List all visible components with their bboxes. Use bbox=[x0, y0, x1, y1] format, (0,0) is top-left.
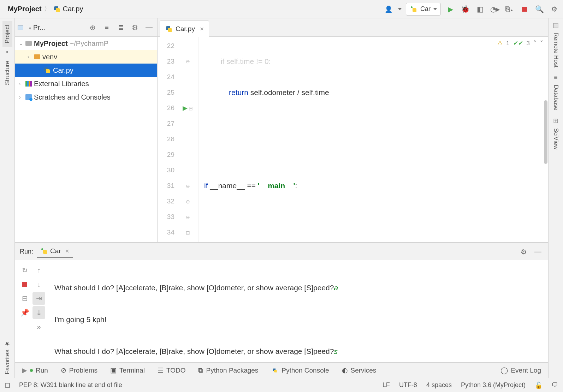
user-icon[interactable] bbox=[383, 4, 394, 14]
status-line-separator[interactable]: LF bbox=[383, 381, 390, 389]
bottom-tool-tabs: ▶Run ⊘Problems ▣Terminal ☰TODO ⧉Python P… bbox=[15, 362, 548, 378]
rerun-button[interactable]: ↻ bbox=[18, 264, 31, 277]
project-tree[interactable]: ⌄ MyProject ~/PycharmP › venv Car.py bbox=[15, 37, 157, 242]
stop-button[interactable] bbox=[519, 4, 530, 14]
tree-venv[interactable]: › venv bbox=[15, 50, 157, 64]
collapse-all-button[interactable]: ≣ bbox=[115, 22, 126, 33]
bottom-tab-services[interactable]: ◐Services bbox=[342, 366, 377, 374]
run-button[interactable]: ▶ bbox=[445, 4, 456, 14]
tree-file-car[interactable]: Car.py bbox=[15, 64, 157, 77]
panel-settings-button[interactable]: ⚙ bbox=[130, 22, 140, 33]
tree-external-libraries[interactable]: › External Libraries bbox=[15, 77, 157, 90]
status-encoding[interactable]: UTF-8 bbox=[399, 381, 417, 389]
database-icon: ≡ bbox=[554, 74, 558, 81]
more-button[interactable]: » bbox=[32, 320, 45, 333]
status-lock-icon[interactable]: 🔓 bbox=[535, 381, 543, 389]
breadcrumb-file[interactable]: Car.py bbox=[63, 5, 83, 13]
tool-windows-icon[interactable] bbox=[5, 383, 10, 388]
status-notify-icon[interactable]: 🗩 bbox=[552, 381, 558, 389]
hide-run-panel-button[interactable]: — bbox=[533, 247, 543, 257]
expand-all-button[interactable]: ≡ bbox=[101, 22, 112, 33]
run-gutter-icon[interactable]: ▶ bbox=[183, 105, 188, 112]
run-config-label: Car bbox=[420, 5, 431, 13]
tool-tab-sciview[interactable]: SciView bbox=[551, 125, 561, 153]
run-configuration-selector[interactable]: Car bbox=[406, 3, 441, 16]
settings-button[interactable]: ⚙ bbox=[549, 4, 559, 14]
run-settings-button[interactable]: ⚙ bbox=[518, 247, 529, 257]
down-button[interactable]: ↓ bbox=[32, 278, 45, 291]
expand-icon[interactable]: › bbox=[28, 54, 32, 60]
tool-tab-favorites[interactable]: Favorites★ bbox=[2, 337, 12, 378]
run-title: Run: bbox=[20, 248, 33, 255]
tree-label: Car.py bbox=[53, 66, 73, 75]
bottom-tab-run[interactable]: ▶Run bbox=[22, 366, 48, 374]
editor-tab-car[interactable]: Car.py × bbox=[160, 20, 209, 37]
expand-icon[interactable]: ⌄ bbox=[19, 41, 23, 46]
next-highlight-icon[interactable]: ˅ bbox=[540, 40, 543, 47]
breadcrumb-project[interactable]: MyProject bbox=[8, 5, 42, 13]
stop-run-button[interactable] bbox=[18, 278, 31, 291]
vertical-scrollbar[interactable] bbox=[544, 100, 547, 164]
debug-button[interactable]: 🐞 bbox=[460, 4, 470, 14]
inspections-widget[interactable]: ⚠1 ✔✔3 ˄ ˅ bbox=[497, 40, 543, 47]
python-run-icon bbox=[40, 247, 48, 255]
bottom-tab-console[interactable]: Python Console bbox=[271, 367, 329, 374]
chevron-down-icon bbox=[433, 8, 437, 10]
tool-tab-structure[interactable]: Structure bbox=[2, 57, 12, 89]
status-interpreter[interactable]: Python 3.6 (MyProject) bbox=[461, 381, 526, 389]
tree-scratches[interactable]: › Scratches and Consoles bbox=[15, 90, 157, 104]
pin-button[interactable]: 📌 bbox=[18, 306, 31, 319]
bottom-tab-terminal[interactable]: ▣Terminal bbox=[110, 366, 145, 374]
code-content[interactable]: if self.time != 0: return self.odometer … bbox=[198, 37, 548, 242]
tree-label: Scratches and Consoles bbox=[34, 93, 111, 101]
project-panel-header: Pr... ⊕ ≡ ≣ ⚙ — bbox=[15, 18, 157, 37]
up-button[interactable]: ↑ bbox=[32, 264, 45, 277]
scroll-end-button[interactable]: ⤓ bbox=[32, 306, 45, 319]
tool-tab-project[interactable]: Project bbox=[2, 21, 12, 47]
coverage-button[interactable]: ◧ bbox=[475, 4, 485, 14]
check-icon: ✔✔ bbox=[513, 40, 523, 47]
python-run-icon bbox=[410, 5, 417, 13]
project-view-selector[interactable]: Pr... bbox=[28, 24, 45, 31]
run-tab-car[interactable]: Car × bbox=[37, 245, 73, 258]
user-dropdown-icon[interactable] bbox=[398, 8, 402, 10]
bottom-tab-eventlog[interactable]: ◯Event Log bbox=[500, 366, 541, 374]
search-everywhere-button[interactable]: 🔍 bbox=[534, 4, 545, 14]
soft-wrap-button[interactable]: ⇥ bbox=[32, 292, 45, 305]
scope-icon bbox=[18, 25, 23, 30]
code-area[interactable]: 22232425262728293031323334 ⊖ ▶ ⊟ ⊖⊖⊖⊟ if… bbox=[158, 37, 548, 242]
sciview-icon: ⊞ bbox=[553, 117, 558, 125]
expand-icon[interactable]: › bbox=[19, 94, 23, 100]
editor-gutter[interactable]: ⊖ ▶ ⊟ ⊖⊖⊖⊟ bbox=[177, 37, 198, 242]
left-tool-strip: Project ▪ Structure Favorites★ bbox=[0, 18, 15, 378]
profile-button[interactable]: ◔▸ bbox=[490, 4, 500, 14]
layout-button[interactable]: ⊟ bbox=[18, 292, 31, 305]
tool-tab-remote-host[interactable]: Remote Host bbox=[551, 29, 561, 71]
bottom-tab-problems[interactable]: ⊘Problems bbox=[61, 366, 97, 374]
prev-highlight-icon[interactable]: ˄ bbox=[533, 40, 537, 47]
project-tool-window: Pr... ⊕ ≡ ≣ ⚙ — ⌄ MyProject ~/PycharmP bbox=[15, 18, 158, 242]
python-file-icon bbox=[53, 5, 61, 13]
locate-button[interactable]: ⊕ bbox=[87, 22, 98, 33]
hide-panel-button[interactable]: — bbox=[144, 22, 154, 33]
close-run-tab-icon[interactable]: × bbox=[65, 247, 69, 255]
run-console-output[interactable]: What should I do? [A]ccelerate, [B]rake,… bbox=[50, 260, 548, 362]
tree-label: venv bbox=[42, 53, 57, 61]
tree-root[interactable]: ⌄ MyProject ~/PycharmP bbox=[15, 37, 157, 50]
line-numbers: 22232425262728293031323334 bbox=[158, 37, 177, 242]
folder-icon bbox=[25, 41, 32, 46]
bottom-tab-packages[interactable]: ⧉Python Packages bbox=[198, 367, 258, 374]
minimap-icon[interactable]: ▤ bbox=[553, 21, 559, 29]
editor-tabs: Car.py × bbox=[158, 18, 548, 37]
attach-button[interactable]: ⎘▸ bbox=[504, 4, 515, 14]
close-tab-icon[interactable]: × bbox=[200, 25, 204, 33]
right-tool-strip: ▤ Remote Host ≡ Database ⊞ SciView bbox=[548, 18, 563, 378]
tool-tab-database[interactable]: Database bbox=[551, 81, 561, 114]
bottom-tab-todo[interactable]: ☰TODO bbox=[158, 366, 186, 374]
run-tool-window: Run: Car × ⚙ — ↻ ↑ ↓ bbox=[15, 242, 548, 362]
folder-icon: ▪ bbox=[6, 48, 8, 56]
toolbar-actions: Car ▶ 🐞 ◧ ◔▸ ⎘▸ 🔍 ⚙ bbox=[383, 3, 559, 16]
expand-icon[interactable]: › bbox=[19, 81, 23, 87]
navigation-bar: MyProject 〉 Car.py Car ▶ 🐞 ◧ ◔▸ ⎘▸ 🔍 ⚙ bbox=[0, 0, 563, 18]
status-indent[interactable]: 4 spaces bbox=[426, 381, 452, 389]
